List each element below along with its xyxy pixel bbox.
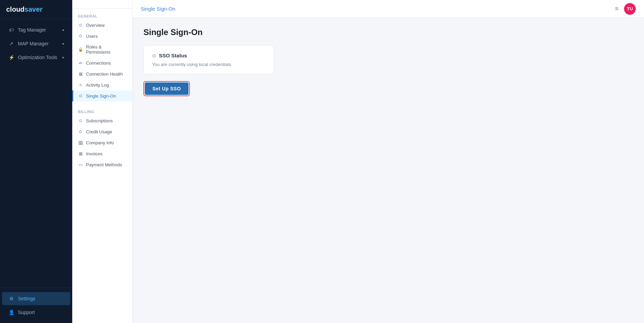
logo: cloudsaver [0,0,72,19]
sso-icon: ⊙ [78,93,83,99]
list-icon[interactable]: ≡ [615,5,619,12]
nav-credit-usage[interactable]: ⊙ Credit Usage [72,126,132,137]
nav-subscriptions-label: Subscriptions [86,118,113,123]
sidebar-item-map-manager-label: MAP Manager [18,41,49,46]
sidebar-item-tag-manager-label: Tag Manager [18,27,46,33]
nav-overview[interactable]: ⊙ Overview [72,20,132,31]
breadcrumb: Single Sign-On [141,6,175,12]
nav-invoices[interactable]: ▦ Invoices [72,148,132,159]
sso-status-description: You are currently using local credential… [152,62,266,67]
main-nav: 🏷 Tag Manager ▾ ↗ MAP Manager ▾ ⚡ Optimi… [0,19,72,288]
nav-sso-label: Single Sign-On [86,93,116,99]
page-title: Single Sign-On [143,27,633,37]
map-manager-icon: ↗ [8,41,14,47]
optimization-tools-icon: ⚡ [8,54,14,60]
nav-connections[interactable]: ⇌ Connections [72,57,132,68]
general-section: General ⊙ Overview ⊙ Users 🔒 Roles & Per… [72,9,132,104]
nav-credit-usage-label: Credit Usage [86,129,112,134]
chevron-down-icon: ▾ [62,28,64,32]
connections-icon: ⇌ [78,60,83,66]
secondary-sidebar-header [72,0,132,9]
sidebar-item-tag-manager[interactable]: 🏷 Tag Manager ▾ [2,23,70,36]
sidebar-item-settings-label: Settings [18,296,35,301]
sso-status-icon: ⊙ [152,53,156,58]
chevron-down-icon: ▾ [62,56,64,59]
nav-activity-log-label: Activity Log [86,82,109,88]
setup-sso-button-wrapper: Set Up SSO [143,81,190,96]
settings-icon: ⚙ [8,296,14,302]
billing-section: Billing ⊙ Subscriptions ⊙ Credit Usage 🏢… [72,104,132,173]
connection-health-icon: ▦ [78,71,83,77]
sidebar-item-settings[interactable]: ⚙ Settings [2,292,70,305]
sidebar-item-support-label: Support [18,310,35,315]
nav-connections-label: Connections [86,60,111,66]
nav-payment-methods[interactable]: ▭ Payment Methods [72,159,132,170]
sidebar-item-support[interactable]: 👤 Support [2,306,70,319]
nav-company-info[interactable]: 🏢 Company Info [72,137,132,148]
overview-icon: ⊙ [78,22,83,28]
sidebar-item-map-manager[interactable]: ↗ MAP Manager ▾ [2,37,70,50]
activity-log-icon: ≡ [78,82,83,88]
subscriptions-icon: ⊙ [78,118,83,123]
sso-status-header: ⊙ SSO Status [152,53,266,58]
nav-invoices-label: Invoices [86,151,103,156]
avatar[interactable]: TU [624,3,636,15]
nav-payment-methods-label: Payment Methods [86,162,122,167]
nav-overview-label: Overview [86,23,105,28]
payment-methods-icon: ▭ [78,162,83,167]
roles-icon: 🔒 [78,47,83,52]
nav-activity-log[interactable]: ≡ Activity Log [72,79,132,90]
logo-saver: saver [24,5,42,13]
logo-cloud: cloud [6,5,24,13]
page-body: Single Sign-On ⊙ SSO Status You are curr… [132,18,644,323]
nav-users-label: Users [86,34,98,39]
users-icon: ⊙ [78,33,83,39]
sso-status-card: ⊙ SSO Status You are currently using loc… [143,45,274,74]
chevron-down-icon: ▾ [62,42,64,46]
company-info-icon: 🏢 [78,140,83,145]
nav-connection-health-label: Connection Health [86,71,123,77]
main-content: Single Sign-On ≡ TU Single Sign-On ⊙ SSO… [132,0,644,323]
nav-connection-health[interactable]: ▦ Connection Health [72,68,132,79]
tag-manager-icon: 🏷 [8,27,14,33]
nav-roles-permissions[interactable]: 🔒 Roles & Permissions [72,42,132,57]
invoices-icon: ▦ [78,151,83,156]
nav-company-info-label: Company Info [86,140,114,145]
secondary-sidebar: General ⊙ Overview ⊙ Users 🔒 Roles & Per… [72,0,132,323]
sidebar-item-optimization-tools-label: Optimization Tools [18,55,57,60]
sso-status-title: SSO Status [159,53,187,58]
sidebar-bottom: ⚙ Settings 👤 Support [0,288,72,323]
nav-roles-label: Roles & Permissions [86,44,127,55]
credit-usage-icon: ⊙ [78,129,83,134]
billing-section-label: Billing [72,107,132,115]
nav-users[interactable]: ⊙ Users [72,31,132,42]
main-sidebar: cloudsaver 🏷 Tag Manager ▾ ↗ MAP Manager… [0,0,72,323]
nav-single-sign-on[interactable]: ⊙ Single Sign-On [72,90,132,101]
general-section-label: General [72,11,132,20]
support-icon: 👤 [8,309,14,315]
top-bar-right: ≡ TU [615,3,636,15]
setup-sso-button[interactable]: Set Up SSO [145,82,189,95]
top-bar: Single Sign-On ≡ TU [132,0,644,18]
nav-subscriptions[interactable]: ⊙ Subscriptions [72,115,132,126]
sidebar-item-optimization-tools[interactable]: ⚡ Optimization Tools ▾ [2,51,70,64]
